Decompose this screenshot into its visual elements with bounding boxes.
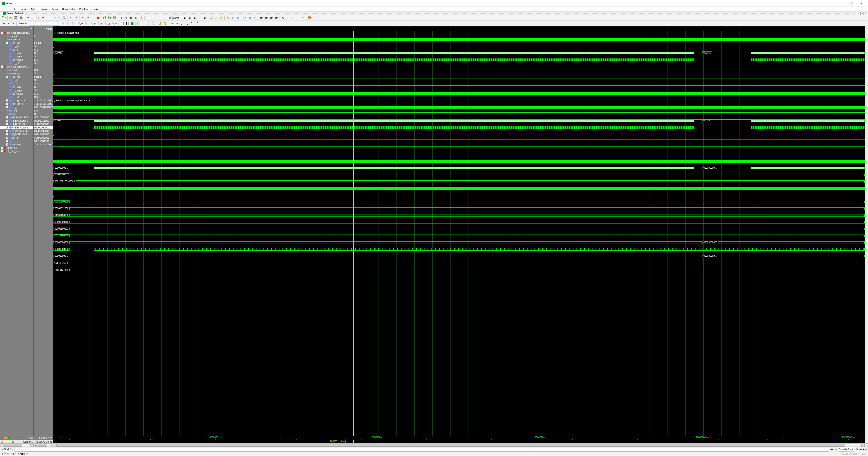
signal-row[interactable]: sys_rst_n (0, 38, 33, 41)
cursor-tag[interactable]: 7653571.19 ns (329, 440, 346, 443)
signals-hscroll[interactable]: ◂▸ (0, 444, 34, 447)
find-binoculars-icon[interactable]: 🔍 (10, 448, 13, 451)
edge-a-button[interactable] (158, 21, 163, 26)
menu-file[interactable]: File (2, 7, 9, 11)
signal-row[interactable]: +axi_y (0, 139, 33, 143)
mode-f-button[interactable] (147, 21, 151, 26)
expand-icon[interactable]: - (1, 65, 3, 68)
signal-row[interactable]: lcd_bl (0, 82, 33, 85)
zoom-full-button[interactable]: 🔍⊡ (90, 21, 96, 26)
signal-row[interactable]: lcd_hsync (0, 55, 33, 58)
up-button[interactable]: ↑ (151, 15, 155, 20)
hierarchy-button[interactable]: ⊞ (134, 15, 138, 20)
expand-icon[interactable]: + (6, 130, 8, 132)
signal-row[interactable]: +lcd_rgb_in (0, 102, 33, 105)
edge-f-button[interactable] (185, 21, 189, 26)
find-input[interactable] (14, 447, 829, 452)
cursor3-button[interactable]: ➤ (11, 21, 16, 26)
dock-close-icon[interactable]: × (864, 12, 867, 15)
expand-icon[interactable]: + (6, 76, 8, 78)
search-combo[interactable]: ▾ (29, 21, 60, 26)
restart-button[interactable]: ⤺ (146, 15, 150, 20)
signal-row[interactable]: +V_SYNCtoDIS (0, 126, 33, 129)
layers-button[interactable]: ◈ (119, 15, 124, 20)
copy-button[interactable]: ⿻ (30, 15, 35, 20)
toggle-c-button[interactable] (112, 15, 117, 20)
redo-button[interactable]: ↷ (45, 15, 50, 20)
select-area-button[interactable]: ⬚ (286, 15, 290, 20)
dock-tab[interactable]: Wave - Default (1, 11, 25, 15)
signal-row[interactable]: lcd_rstn (0, 85, 33, 89)
list-button[interactable]: 📋 (214, 15, 219, 20)
menu-edit[interactable]: Edit (10, 7, 18, 11)
marker-a-button[interactable]: ⊢ (291, 15, 296, 20)
signal-row[interactable]: rst_n (0, 112, 33, 116)
memory-button[interactable]: ▦ (129, 15, 133, 20)
signal-row[interactable]: +lcd_rgb_out (0, 99, 33, 102)
run-all-button[interactable] (86, 15, 90, 20)
signal-row[interactable]: +V_BACKtoDIS (0, 129, 33, 132)
fwd-button[interactable]: → (160, 15, 165, 20)
edge-e-button[interactable] (180, 21, 185, 26)
new-button[interactable]: ▾ (1, 15, 6, 20)
find-opt-c[interactable]: ◈ (863, 448, 864, 451)
open-button[interactable] (9, 15, 13, 20)
undo-button[interactable]: ↶ (40, 15, 45, 20)
dataflow-button[interactable]: ▤ (167, 15, 172, 20)
cursor-area[interactable]: 7653571.19 ns (53, 440, 865, 443)
expand-icon[interactable]: + (6, 140, 8, 142)
search-next-button[interactable]: 🔍 (66, 21, 70, 26)
maximize-button[interactable]: ☐ (847, 1, 857, 6)
menu-c-button[interactable]: ▦▾ (269, 15, 274, 20)
cursor-marker[interactable] (353, 31, 354, 436)
menu-b-button[interactable]: ▦▾ (264, 15, 269, 20)
expand-dn2-button[interactable]: ⇲ (247, 15, 252, 20)
mode-a-button[interactable] (120, 21, 124, 26)
signal-row[interactable]: -sim:/test_top/top_i... (0, 65, 33, 68)
stop2-button[interactable]: ✕ (197, 15, 202, 20)
signal-row[interactable]: +lcd_rgb (0, 41, 33, 44)
expand-icon[interactable]: + (1, 147, 3, 149)
continue-button[interactable] (91, 15, 95, 20)
signal-row[interactable]: sys_clk (0, 68, 33, 71)
signal-row[interactable]: lcd_bl (0, 48, 33, 51)
signal-row[interactable]: clk_lcd (0, 109, 33, 112)
expand-up2-button[interactable]: ⇱▾ (243, 15, 247, 20)
signal-row[interactable]: +H_BACKtoDIS (0, 119, 33, 122)
expand-dn-button[interactable]: ⇲ (231, 15, 235, 20)
edge-d-button[interactable]: ⇥ (175, 21, 180, 26)
signal-row[interactable]: lcd_clk (0, 95, 33, 99)
wave-hscroll[interactable]: ◂▸ (53, 444, 865, 447)
hand-button[interactable]: ✋ (219, 15, 223, 20)
signal-row[interactable]: +H_DISPtoDIS (0, 122, 33, 126)
toggle-b-button[interactable] (107, 15, 112, 20)
stop-button[interactable]: ▣ (192, 15, 197, 20)
searchfor-combo[interactable]: Search For▾ (838, 447, 854, 452)
pointer-button[interactable]: ↖ (281, 15, 285, 20)
signal-row[interactable]: +lcd_id (0, 105, 33, 109)
finish-button[interactable]: ▣ (202, 15, 207, 20)
expand-icon[interactable]: + (6, 137, 8, 139)
paste-button[interactable]: 📋 (35, 15, 40, 20)
signal-row[interactable]: lcd_vsync (0, 58, 33, 61)
signal-row[interactable]: sys_rst_n (0, 71, 33, 75)
expand-icon[interactable]: + (6, 143, 8, 145)
menu-a-button[interactable]: ▦▾ (259, 15, 264, 20)
signal-row[interactable]: +pix_data (0, 143, 33, 146)
mode-e-button[interactable] (142, 21, 146, 26)
signal-row[interactable]: +V_DISPtoDIS (0, 132, 33, 136)
menu-d-button[interactable]: ▦▾ (274, 15, 279, 20)
signal-row[interactable]: +axi_x (0, 136, 33, 139)
signal-row[interactable]: lcd_de (0, 44, 33, 48)
vertical-scrollbar[interactable] (865, 31, 868, 436)
refresh-button[interactable]: ⟳ (124, 15, 128, 20)
expand-icon[interactable]: + (1, 150, 3, 152)
signal-row[interactable]: lcd_rstn (0, 51, 33, 55)
edge-c-button[interactable]: ⇤ (170, 21, 175, 26)
find-opt-d[interactable]: ⌕ (865, 448, 867, 451)
zoom-cursor-button[interactable]: 🔍⊙ (97, 21, 103, 26)
signal-row[interactable]: +rd_id_inst (0, 146, 33, 150)
menu-format[interactable]: Format (38, 7, 49, 11)
menu-tools[interactable]: Tools (50, 7, 60, 11)
signals-panel[interactable]: -sim:/test_top/Group1sys_clksys_rst_n+lc… (0, 31, 34, 436)
